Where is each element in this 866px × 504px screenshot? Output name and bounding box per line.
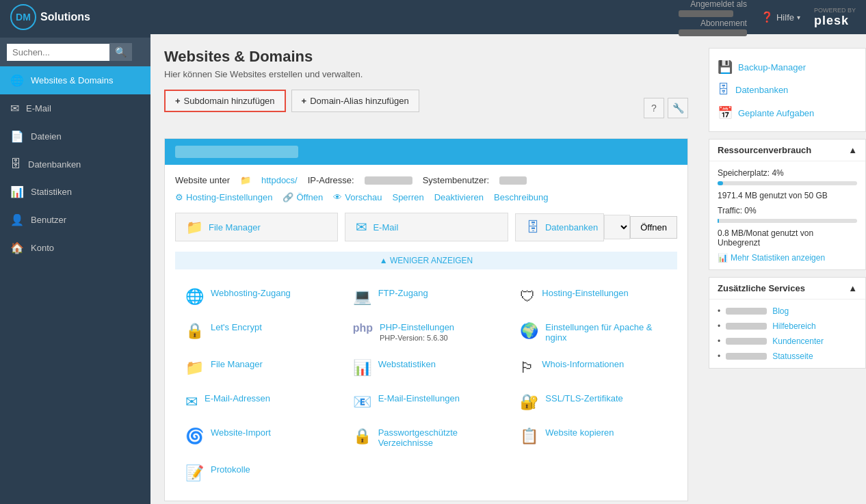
lock-link[interactable]: Sperren	[392, 192, 423, 202]
backup-link[interactable]: Backup-Manager	[738, 62, 806, 72]
email-quick-btn[interactable]: ✉ E-Mail	[345, 213, 508, 241]
description-link[interactable]: Beschreibung	[494, 192, 549, 202]
logo-area: DM Solutions	[10, 4, 90, 30]
feature-webstats[interactable]: 📊 Webstatistiken	[343, 351, 510, 385]
feature-letsencrypt[interactable]: 🔒 Let's Encrypt	[175, 314, 343, 351]
rs-collapse-icon[interactable]: ▲	[848, 145, 857, 155]
rs-scheduled-tasks[interactable]: 📅 Geplante Aufgaben	[709, 101, 865, 124]
rs-additional-section: Zusätzliche Services ▲ • Blog • Hilfeber…	[709, 277, 866, 369]
service-help[interactable]: • Hilfebereich	[709, 319, 865, 334]
sidebar-item-label: E-Mail	[26, 103, 51, 114]
logo-text: Solutions	[40, 11, 90, 23]
service-status[interactable]: • Statusseite	[709, 349, 865, 364]
email-settings-link[interactable]: E-Mail-Einstellungen	[378, 393, 460, 403]
domain-card: Website unter 📁 httpdocs/ IP-Adresse: Sy…	[164, 138, 688, 501]
sidebar-item-files[interactable]: 📄 Dateien	[0, 122, 150, 150]
rs-backup-manager[interactable]: 💾 Backup-Manager	[709, 55, 865, 79]
password-dirs-link[interactable]: Passwortgeschützte Verzeichnisse	[378, 427, 458, 448]
webstats-link[interactable]: Webstatistiken	[378, 359, 436, 369]
customer-link[interactable]: Kundencenter	[772, 336, 824, 346]
rs-tasks-link[interactable]: Geplante Aufgaben	[738, 108, 814, 118]
feature-ssl[interactable]: 🔐 SSL/TLS-Zertifikate	[510, 385, 677, 419]
logs-link[interactable]: Protokolle	[211, 464, 250, 475]
sidebar-item-account[interactable]: 🏠 Konto	[0, 234, 150, 262]
email-addresses-link[interactable]: E-Mail-Adressen	[205, 393, 270, 403]
file-manager-quick-btn[interactable]: 📁 File Manager	[175, 213, 338, 241]
apache-link[interactable]: Einstellungen für Apache & nginx	[545, 322, 652, 343]
add-subdomain-button[interactable]: + Subdomain hinzufügen	[164, 90, 286, 112]
feature-email-settings[interactable]: 📧 E-Mail-Einstellungen	[343, 385, 510, 419]
help-button[interactable]: ❓ Hilfe ▾	[761, 11, 800, 23]
password-dirs-icon: 🔒	[353, 427, 371, 445]
feature-ftp[interactable]: 💻 FTP-Zugang	[343, 280, 510, 314]
sidebar-item-users[interactable]: 👤 Benutzer	[0, 206, 150, 234]
help-image	[726, 323, 767, 330]
tools-icon-button[interactable]: 🔧	[668, 98, 688, 118]
filemanager-link[interactable]: File Manager	[211, 359, 263, 369]
sysuser-value	[499, 176, 527, 185]
open-icon: 🔗	[283, 192, 293, 202]
php-icon: php	[353, 322, 373, 334]
feature-webhosting[interactable]: 🌐 Webhosting-Zugang	[175, 280, 343, 314]
whois-link[interactable]: Whois-Informationen	[542, 359, 624, 369]
feature-empty-1	[343, 456, 510, 490]
rs-databases-link[interactable]: Datenbanken	[735, 85, 788, 95]
rs-databases[interactable]: 🗄 Datenbanken	[709, 79, 865, 101]
add-domain-alias-button[interactable]: + Domain-Alias hinzufügen	[291, 90, 419, 112]
right-sidebar-inner: 💾 Backup-Manager 🗄 Datenbanken 📅 Geplant…	[709, 48, 866, 369]
sidebar-item-websites[interactable]: 🌐 Websites & Domains	[0, 66, 150, 94]
search-icon[interactable]: 🔍	[109, 43, 132, 61]
ssl-link[interactable]: SSL/TLS-Zertifikate	[545, 393, 622, 403]
email-icon: ✉	[10, 102, 19, 115]
toolbar-icons: ? 🔧	[644, 98, 688, 118]
feature-whois[interactable]: 🏳 Whois-Informationen	[510, 351, 677, 385]
ftp-link[interactable]: FTP-Zugang	[378, 288, 428, 298]
blog-link[interactable]: Blog	[772, 306, 789, 316]
sidebar-item-label: Benutzer	[31, 215, 66, 225]
sidebar-item-email[interactable]: ✉ E-Mail	[0, 94, 150, 122]
hosting-settings-feat-link[interactable]: Hosting-Einstellungen	[542, 288, 628, 298]
rs-resources-section: Ressourcenverbrauch ▲ Speicherplatz: 4% …	[709, 139, 866, 270]
hosting-settings-link[interactable]: ⚙ Hosting-Einstellungen	[175, 192, 272, 202]
feature-php[interactable]: php PHP-Einstellungen PHP-Version: 5.6.3…	[343, 314, 510, 351]
sidebar-item-databases[interactable]: 🗄 Datenbanken	[0, 150, 150, 178]
apache-icon: 🌍	[520, 322, 538, 340]
service-customer[interactable]: • Kundencenter	[709, 334, 865, 349]
php-link[interactable]: PHP-Einstellungen	[380, 322, 454, 332]
feature-hosting-settings[interactable]: 🛡 Hosting-Einstellungen	[510, 280, 677, 314]
rs-db-icon: 🗄	[718, 83, 730, 97]
feature-email-addresses[interactable]: ✉ E-Mail-Adressen	[175, 385, 343, 419]
letsencrypt-link[interactable]: Let's Encrypt	[211, 322, 262, 332]
webhosting-link[interactable]: Webhosting-Zugang	[211, 288, 291, 298]
deactivate-link[interactable]: Deaktivieren	[434, 192, 484, 202]
import-link[interactable]: Website-Import	[211, 427, 271, 438]
customer-image	[726, 338, 767, 345]
toggle-bar[interactable]: ▲ WENIGER ANZEIGEN	[175, 252, 677, 269]
rs-collapse-icon2[interactable]: ▲	[848, 283, 857, 293]
open-link[interactable]: 🔗 Öffnen	[283, 192, 323, 202]
feature-apache[interactable]: 🌍 Einstellungen für Apache & nginx	[510, 314, 677, 351]
preview-link[interactable]: 👁 Vorschau	[333, 192, 382, 202]
help-icon-button[interactable]: ?	[644, 98, 664, 118]
feature-copy[interactable]: 📋 Website kopieren	[510, 419, 677, 456]
status-link[interactable]: Statusseite	[772, 352, 813, 361]
database-selector[interactable]	[604, 215, 630, 239]
sidebar-item-statistics[interactable]: 📊 Statistiken	[0, 178, 150, 206]
feature-import[interactable]: 🌀 Website-Import	[175, 419, 343, 456]
bullet-icon: •	[718, 336, 720, 346]
more-stats-link[interactable]: 📊 Mehr Statistiken anzeigen	[718, 253, 857, 263]
help-link[interactable]: Hilfebereich	[772, 321, 815, 331]
databases-quick-btn[interactable]: 🗄 Datenbanken	[515, 213, 604, 241]
feature-password-dirs[interactable]: 🔒 Passwortgeschützte Verzeichnisse	[343, 419, 510, 456]
open-db-button[interactable]: Öffnen	[630, 216, 677, 239]
httpdocs-link[interactable]: httpdocs/	[261, 175, 298, 185]
service-blog[interactable]: • Blog	[709, 304, 865, 319]
feature-filemanager[interactable]: 📁 File Manager	[175, 351, 343, 385]
plesk-logo-area: POWERED BY plesk	[814, 7, 856, 28]
copy-link[interactable]: Website kopieren	[545, 427, 614, 438]
search-input[interactable]	[7, 44, 109, 61]
feature-logs[interactable]: 📝 Protokolle	[175, 456, 343, 490]
sidebar-item-label: Dateien	[31, 131, 62, 142]
logo-icon: DM	[10, 4, 36, 30]
rs-resources-header: Ressourcenverbrauch ▲	[709, 140, 865, 161]
